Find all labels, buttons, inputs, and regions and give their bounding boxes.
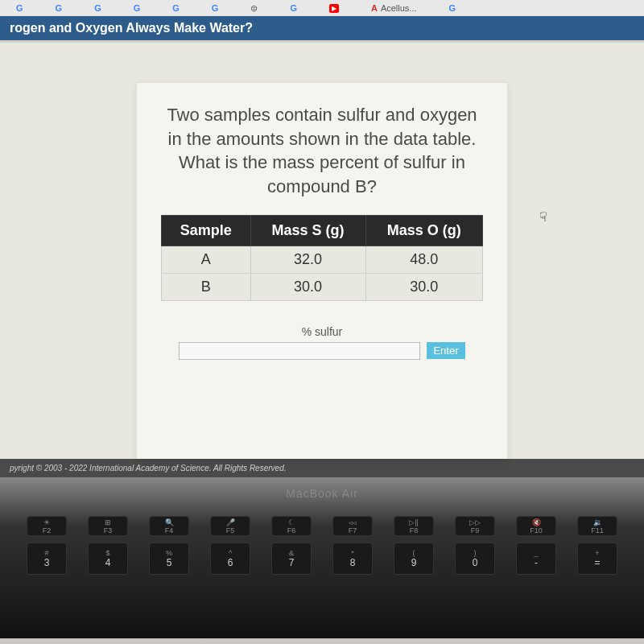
key-f9[interactable]: ▷▷F9 [455,516,495,536]
key-equals[interactable]: += [577,543,617,575]
google-icon: G [56,3,63,13]
tab-item[interactable]: G [134,3,141,13]
tab-item[interactable]: G [56,3,63,13]
key-f11[interactable]: 🔉F11 [577,516,617,536]
key-f2[interactable]: ☀F2 [27,516,67,536]
function-key-row: ☀F2 ⊞F3 🔍F4 🎤F5 ☾F6 ◃◃F7 ▷||F8 ▷▷F9 🔇F10… [24,516,620,536]
menu-icon: ⊜ [250,3,258,14]
laptop-bezel: MacBook Air ☀F2 ⊞F3 🔍F4 🎤F5 ☾F6 ◃◃F7 ▷||… [0,477,644,638]
tab-item[interactable]: ▶ [329,4,339,13]
answer-section: % sulfur Enter [161,325,483,360]
google-icon: G [94,3,101,13]
answer-label: % sulfur [161,325,483,338]
tab-item[interactable]: G [449,3,456,13]
key-f5[interactable]: 🎤F5 [210,516,250,536]
key-9[interactable]: (9 [394,543,434,575]
key-0[interactable]: )0 [455,543,495,575]
key-f7[interactable]: ◃◃F7 [332,516,373,536]
table-header-sample: Sample [162,215,251,246]
lesson-title-bar: rogen and Oxygen Always Make Water? [0,16,644,40]
table-row: B 30.0 30.0 [162,273,483,300]
google-icon: G [212,3,219,13]
answer-input[interactable] [179,342,420,360]
table-row: A 32.0 48.0 [162,246,483,273]
tab-item[interactable]: G [16,3,23,13]
cell-mass-o: 48.0 [365,246,482,273]
data-table: Sample Mass S (g) Mass O (g) A 32.0 48.0… [161,215,483,301]
key-f3[interactable]: ⊞F3 [88,516,128,536]
key-f10[interactable]: 🔇F10 [516,516,556,536]
key-minus[interactable]: _- [516,543,556,575]
key-f4[interactable]: 🔍F4 [149,516,189,536]
question-text: Two samples contain sulfur and oxygen in… [161,103,483,199]
copyright-text: pyright © 2003 - 2022 International Acad… [10,464,286,473]
lesson-title: rogen and Oxygen Always Make Water? [10,21,253,35]
cell-mass-s: 30.0 [250,273,365,300]
enter-button[interactable]: Enter [427,342,464,359]
key-7[interactable]: &7 [271,543,312,575]
question-card: Two samples contain sulfur and oxygen in… [137,83,507,459]
content-area: Two samples contain sulfur and oxygen in… [0,40,644,459]
cell-mass-s: 32.0 [250,246,365,273]
youtube-icon: ▶ [329,4,339,13]
tab-item[interactable]: G [212,3,219,13]
tab-label: Acellus... [381,3,417,13]
key-6[interactable]: ^6 [210,543,250,575]
key-3[interactable]: #3 [27,543,67,575]
tab-item[interactable]: G [290,3,297,13]
cell-sample: A [162,246,251,273]
cursor-icon: ☟ [539,209,547,225]
table-header-mass-o: Mass O (g) [365,215,482,246]
browser-tabs: G G G G G G ⊜ G ▶ A Acellus... G [0,0,644,16]
number-key-row: #3 $4 %5 ^6 &7 *8 (9 )0 _- += [24,543,620,575]
table-header-mass-s: Mass S (g) [250,215,365,246]
answer-row: Enter [161,342,483,360]
key-f8[interactable]: ▷||F8 [394,516,434,536]
cell-sample: B [162,273,251,300]
google-icon: G [290,3,297,13]
laptop-label: MacBook Air [0,477,644,500]
copyright-bar: pyright © 2003 - 2022 International Acad… [0,459,644,477]
tab-item[interactable]: ⊜ [250,3,258,14]
key-f6[interactable]: ☾F6 [271,516,312,536]
tab-item[interactable]: G [172,3,180,13]
keyboard: ☀F2 ⊞F3 🔍F4 🎤F5 ☾F6 ◃◃F7 ▷||F8 ▷▷F9 🔇F10… [0,500,644,591]
cell-mass-o: 30.0 [365,273,482,300]
key-5[interactable]: %5 [149,543,189,575]
tab-item[interactable]: A Acellus... [371,3,417,13]
google-icon: G [449,3,456,13]
key-4[interactable]: $4 [88,543,128,575]
google-icon: G [16,3,23,13]
google-icon: G [172,3,180,13]
key-8[interactable]: *8 [332,543,373,575]
google-icon: G [134,3,141,13]
tab-item[interactable]: G [94,3,101,13]
acellus-icon: A [371,3,378,13]
